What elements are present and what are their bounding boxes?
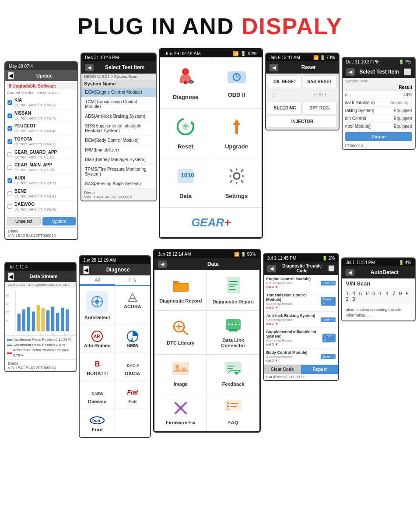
system-item-srs[interactable]: SRS(Supplemental Inflatable Restraint Sy…: [81, 121, 156, 136]
brand-bugatti[interactable]: B BUGATTI: [80, 353, 115, 381]
daewoo-checkbox[interactable]: [7, 204, 12, 209]
data-item-dlc[interactable]: Data Link Connector: [207, 311, 259, 354]
diagnose-label: Diagnose: [173, 94, 199, 100]
svg-rect-25: [56, 313, 59, 331]
autodetect-back-button[interactable]: ◀: [346, 269, 354, 276]
obd-icon: [226, 67, 248, 89]
injector-button[interactable]: INJECTOR: [268, 115, 336, 128]
svg-text:DAEW: DAEW: [91, 391, 104, 396]
update-button[interactable]: Update: [42, 217, 76, 225]
brand-title: Diagnose: [89, 267, 147, 273]
gear-main-checkbox[interactable]: [7, 166, 12, 170]
oil-reset-button[interactable]: OIL RESET: [268, 75, 302, 88]
reset-grid: OIL RESET SAS RESET E RESET BLEEDING DPF…: [266, 74, 338, 130]
dtc-vin: E4GEAK12FT00001X: [264, 374, 339, 380]
system-item-tpms[interactable]: TPMS(Tire Pressure Monitoring System): [81, 165, 156, 179]
select-test-status-bar: Dec 31 10:46 PM: [81, 53, 156, 61]
dtc-enter-2[interactable]: Enter >: [321, 297, 336, 306]
data-item-dtc[interactable]: DTC Library: [154, 311, 206, 354]
brand-bmw[interactable]: BMW: [115, 325, 150, 353]
menu-item-settings[interactable]: Settings: [211, 158, 262, 207]
svg-text:2: 2: [28, 333, 29, 335]
data-icon: 1010: [175, 166, 196, 190]
update-item-audi: AUDI Current Version: V28.21: [7, 174, 76, 187]
reset-back-button[interactable]: ◀: [270, 64, 278, 71]
clear-code-button[interactable]: Clear Code: [264, 365, 301, 374]
system-item-imm[interactable]: IMM(Immobilizer): [81, 145, 156, 155]
dtc-enter-5[interactable]: Enter >: [321, 354, 336, 359]
data-item-firmware[interactable]: Firmware Fix: [154, 393, 206, 431]
dtc-enter-1[interactable]: Enter >: [321, 281, 336, 285]
data-item-report[interactable]: Diagnostic Report: [207, 270, 259, 310]
gearplus-logo: GEAR+: [191, 216, 231, 229]
toyota-checkbox[interactable]: [7, 139, 12, 144]
data-item-record[interactable]: Diagnostic Record: [154, 270, 206, 310]
svg-rect-23: [46, 310, 49, 331]
tab-all[interactable]: All: [80, 275, 115, 285]
brand-fiat[interactable]: Fiat Fiat: [115, 381, 150, 409]
bleeding-button[interactable]: BLEEDING: [268, 102, 302, 114]
data-item-faq[interactable]: FAQ: [207, 393, 259, 431]
system-item-tcm[interactable]: TCM(Transmission Control Module): [81, 97, 156, 112]
record-label: Diagnostic Record: [159, 298, 202, 303]
settings-label: Settings: [225, 193, 248, 199]
gear-guard-checkbox[interactable]: [7, 152, 12, 157]
brand-dacia[interactable]: DACIA DACIA: [115, 353, 150, 381]
scan-row-5: ntrol Module) Equipped: [343, 123, 415, 130]
brand-alfa[interactable]: AR Alfa Romeo: [80, 325, 115, 353]
system-item-sas[interactable]: SAS(Steering Angle System): [81, 179, 156, 189]
report-button[interactable]: Report: [301, 365, 338, 374]
data-item-feedback[interactable]: Feedback: [207, 355, 259, 393]
data-center-toolbar: ◀ Data: [154, 258, 259, 270]
nissan-checkbox[interactable]: [7, 113, 12, 118]
audi-checkbox[interactable]: [7, 178, 12, 183]
empty-reset-slot: E: [268, 89, 302, 101]
update-back-button[interactable]: ◀: [8, 71, 14, 80]
tab-history[interactable]: His: [115, 275, 150, 285]
scan-result-back-button[interactable]: ◀: [346, 68, 355, 76]
menu-item-gearplus[interactable]: GEAR+: [160, 208, 262, 237]
scan-result-toolbar: ◀ Select Test Item ⬜: [343, 66, 415, 78]
svg-point-63: [235, 324, 237, 325]
ds-chart: 60 40 20 0 0 2: [5, 288, 76, 336]
dtc-status-bar: Jul 1 11:45 PM 🔋 2%: [264, 254, 339, 262]
menu-item-obd[interactable]: OBD II: [211, 57, 262, 108]
data-grid: Diagnostic Record Diagnostic Report: [154, 270, 259, 431]
menu-item-data[interactable]: 1010 Data: [160, 158, 211, 207]
reset-status-bar: Jan 6 12:41 AM 📶 🔋 73%: [266, 53, 338, 61]
system-item-ecm[interactable]: ECM(Engine Control Module): [81, 88, 156, 97]
daewoo-logo: DAEW: [82, 386, 112, 399]
dpf-reg-button[interactable]: DPF REG.: [303, 102, 337, 114]
dtc-back-button[interactable]: ◀: [267, 265, 276, 272]
peugeot-checkbox[interactable]: [7, 127, 12, 131]
brand-daewoo[interactable]: DAEW Daewoo: [80, 381, 115, 409]
brand-back-button[interactable]: ◀: [83, 266, 89, 274]
svg-text:40: 40: [6, 303, 9, 306]
dtc-enter-3[interactable]: Enter >: [321, 317, 336, 322]
brand-ford[interactable]: Ford Ford: [80, 409, 115, 437]
pause-button[interactable]: Pause: [345, 132, 412, 141]
kia-checkbox[interactable]: [7, 100, 12, 105]
brand-autodetect[interactable]: AutoDetect: [80, 286, 115, 325]
update-demo-info: Demo VIN 1E4GEAK12FT00001X: [5, 227, 77, 239]
data-center-back-button[interactable]: ◀: [158, 261, 167, 268]
menu-item-diagnose[interactable]: Diagnose: [160, 57, 211, 108]
svg-point-0: [182, 68, 189, 75]
svg-text:6: 6: [52, 333, 53, 335]
legend-color-2: [7, 345, 12, 346]
brand-acura[interactable]: ACURA: [115, 286, 150, 325]
unselect-button[interactable]: Unselect: [7, 217, 41, 225]
system-item-abs[interactable]: ABS(Anti-lock Braking System): [81, 112, 156, 121]
autodetect-screen: Jul 1 11:54 PM 🔋 4% ◀ AutoDetect VIN Sca…: [341, 257, 416, 321]
menu-item-reset[interactable]: Reset: [160, 109, 211, 158]
dtc-enter-4[interactable]: Enter >: [322, 334, 336, 342]
ds-back-button[interactable]: ◀: [8, 272, 14, 281]
menu-item-upgrade[interactable]: Upgrade: [211, 109, 262, 158]
benz-checkbox[interactable]: [7, 191, 12, 196]
system-item-bms[interactable]: BMS(Battery Manager System): [81, 155, 156, 165]
sas-reset-button[interactable]: SAS RESET: [303, 75, 337, 88]
svg-text:0: 0: [6, 320, 8, 323]
data-item-image[interactable]: Image: [154, 355, 206, 393]
select-test-back-button[interactable]: ◀: [85, 64, 94, 71]
system-item-bcm[interactable]: BCM(Body Control Module): [81, 136, 156, 145]
